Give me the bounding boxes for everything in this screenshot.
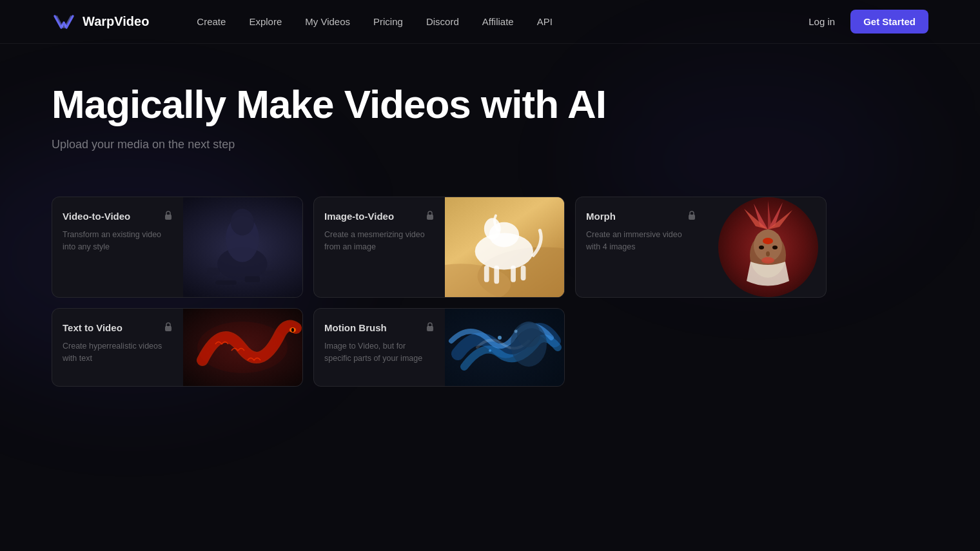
svg-rect-17 [511,266,516,282]
svg-rect-18 [521,266,526,280]
card-content-morph: Morph Create an immersive video with 4 i… [576,197,707,297]
svg-point-23 [754,229,782,262]
svg-rect-34 [427,326,433,331]
logo-link[interactable]: WarpVideo [52,10,149,34]
card-content-vtv: Video-to-Video Transform an existing vid… [52,197,183,297]
card-desc-mb: Image to Video, but for specific parts o… [324,340,435,365]
svg-point-33 [291,328,294,332]
card-header-itv: Image-to-Video [324,210,435,222]
svg-point-26 [772,246,778,249]
card-video-to-video[interactable]: Video-to-Video Transform an existing vid… [52,197,303,298]
card-content-itv: Image-to-Video Create a mesmerizing vide… [314,197,445,297]
card-header-mb: Motion Brush [324,322,435,334]
nav-actions: Log in Get Started [801,10,928,34]
nav-create[interactable]: Create [188,11,235,32]
lock-icon-ttv [164,322,173,334]
card-desc-itv: Create a mesmerizing video from an image [324,229,435,253]
card-header-morph: Morph [586,210,696,222]
navigation: WarpVideo Create Explore My Videos Prici… [0,0,980,44]
card-content-ttv: Text to Video Create hyperrealistic vide… [52,309,183,386]
svg-point-38 [498,336,502,340]
svg-point-25 [759,246,764,249]
card-desc-morph: Create an immersive video with 4 images [586,229,696,253]
svg-rect-6 [262,271,279,276]
card-image-itv [445,197,564,297]
svg-rect-7 [216,280,237,284]
card-title-morph: Morph [586,211,616,222]
card-image-vtv [183,197,302,297]
card-content-mb: Motion Brush Image to Video, but for spe… [314,309,445,386]
svg-point-24 [763,238,773,244]
morph-image-wrapper [707,197,826,297]
svg-point-4 [231,209,254,235]
svg-rect-20 [689,215,695,220]
card-desc-ttv: Create hyperrealistic videos with text [63,340,173,365]
nav-links: Create Explore My Videos Pricing Discord… [188,11,801,32]
lock-icon-mb [426,322,435,334]
svg-rect-0 [165,215,172,220]
card-title-itv: Image-to-Video [324,211,394,222]
card-image-to-video[interactable]: Image-to-Video Create a mesmerizing vide… [313,197,565,298]
nav-my-videos[interactable]: My Videos [296,11,359,32]
svg-rect-15 [484,266,489,282]
brand-name: WarpVideo [83,14,149,29]
svg-point-28 [761,257,774,264]
card-title-ttv: Text to Video [63,322,122,333]
svg-point-19 [484,218,501,240]
card-title-vtv: Video-to-Video [63,211,130,222]
card-motion-brush[interactable]: Motion Brush Image to Video, but for spe… [313,308,565,387]
card-image-ttv [183,309,302,386]
svg-point-39 [489,349,491,352]
hero-section: Magically Make Videos with AI Upload you… [0,44,980,177]
svg-point-37 [517,322,540,347]
get-started-button[interactable]: Get Started [850,10,928,34]
lock-icon-vtv [164,210,173,222]
lock-icon-morph [687,210,696,222]
hero-title: Magically Make Videos with AI [52,82,928,126]
card-morph[interactable]: Morph Create an immersive video with 4 i… [575,197,827,298]
nav-explore[interactable]: Explore [240,11,291,32]
svg-rect-9 [427,215,433,220]
svg-point-31 [197,322,288,373]
nav-api[interactable]: API [528,11,562,32]
lock-icon-itv [426,210,435,222]
svg-point-40 [514,330,518,333]
svg-rect-8 [245,276,260,282]
svg-rect-16 [494,266,499,284]
card-header-ttv: Text to Video [63,322,173,334]
svg-rect-29 [165,326,172,331]
nav-discord[interactable]: Discord [417,11,468,32]
cards-row-1: Video-to-Video Transform an existing vid… [52,197,928,298]
svg-point-27 [766,251,770,256]
cards-row-2: Text to Video Create hyperrealistic vide… [52,308,928,387]
nav-pricing[interactable]: Pricing [364,11,412,32]
nav-affiliate[interactable]: Affiliate [473,11,523,32]
card-image-mb [445,309,564,386]
card-desc-vtv: Transform an existing video into any sty… [63,229,173,253]
login-button[interactable]: Log in [801,11,843,32]
hero-subtitle: Upload your media on the next step [52,138,928,151]
card-text-to-video[interactable]: Text to Video Create hyperrealistic vide… [52,308,303,387]
svg-rect-5 [208,268,220,275]
card-image-morph [718,197,818,297]
cards-section: Video-to-Video Transform an existing vid… [0,177,980,423]
card-title-mb: Motion Brush [324,322,387,333]
card-header-vtv: Video-to-Video [63,210,173,222]
logo-icon [52,10,76,34]
